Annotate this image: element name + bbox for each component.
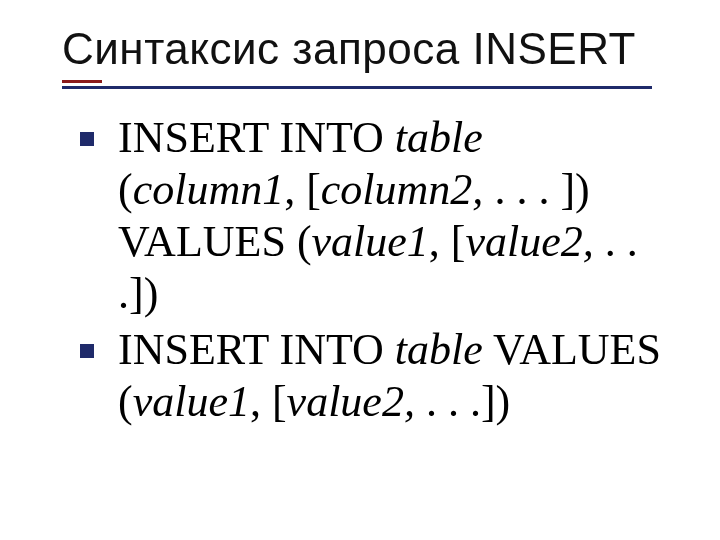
text-italic: column2, [321,165,495,214]
text-italic: value1 [133,377,250,426]
text-italic: table [395,113,483,162]
text-italic: value1 [312,217,429,266]
text-italic: value2, [465,217,604,266]
text-italic: value2, [287,377,426,426]
text-plain: , [ [284,165,321,214]
text-plain: . . .]) [426,377,510,426]
text-plain: , [ [250,377,287,426]
text-italic: table [395,325,483,374]
list-item: INSERT INTO table VALUES (value1, [value… [80,324,662,428]
bullet-icon [80,344,94,358]
rule-main [62,86,652,89]
text-plain: INSERT INTO [118,325,395,374]
text-plain: , [ [429,217,466,266]
text-plain: ( [118,165,133,214]
bullet-icon [80,132,94,146]
slide-body: INSERT INTO table (column1, [column2, . … [62,112,672,427]
list-item: INSERT INTO table (column1, [column2, . … [80,112,662,320]
bullet-list: INSERT INTO table (column1, [column2, . … [80,112,662,427]
text-italic: column1 [133,165,285,214]
text-plain: INSERT INTO [118,113,395,162]
title-rule [62,80,672,94]
rule-accent [62,80,102,83]
slide: Синтаксис запроса INSERT INSERT INTO tab… [0,0,720,540]
slide-title: Синтаксис запроса INSERT [62,24,672,74]
